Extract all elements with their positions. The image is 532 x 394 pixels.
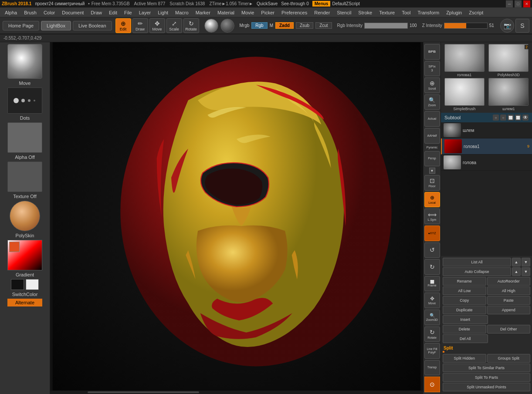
auto-reorder-btn[interactable]: AutoReorder xyxy=(487,277,531,286)
persp-btn[interactable]: Persp xyxy=(424,151,440,167)
move-tool-btn[interactable]: ✥ Move xyxy=(149,18,165,33)
linefill-btn[interactable]: Line Fill PolyF xyxy=(424,343,440,359)
actual-btn[interactable]: Actual xyxy=(424,111,440,127)
local-btn[interactable]: ⊕ Local xyxy=(424,192,440,208)
menu-zplugin[interactable]: Zplugin xyxy=(443,9,465,16)
see-through-btn[interactable]: See-through 0 xyxy=(281,1,308,6)
toggle-icon3[interactable]: ⬜ xyxy=(508,114,514,121)
lightbox-btn[interactable]: LightBox xyxy=(41,21,71,30)
del-all-btn[interactable]: Del All xyxy=(443,334,488,343)
home-page-btn[interactable]: Home Page xyxy=(3,21,39,30)
paste-btn[interactable]: Paste xyxy=(487,296,531,305)
thumb-simplebrush[interactable]: SimpleBrush xyxy=(443,78,486,111)
auto-col-down-btn[interactable]: ▼ xyxy=(522,267,530,276)
menu-file[interactable]: File xyxy=(121,9,135,16)
polyskin-preview[interactable] xyxy=(10,201,40,231)
all-high-btn[interactable]: All High xyxy=(487,286,531,295)
menu-render[interactable]: Render xyxy=(311,9,333,16)
auto-col-up-btn[interactable]: ▲ xyxy=(512,267,521,276)
brv-btn[interactable]: ВРВ xyxy=(424,44,440,60)
aahalf-btn[interactable]: AAHalf xyxy=(424,128,440,144)
camera-icon[interactable]: 📷 xyxy=(500,19,514,33)
menu-zscript[interactable]: Zscript xyxy=(466,9,486,16)
split-unmasked-btn[interactable]: Split Unmasked Points xyxy=(443,383,530,391)
zoom3d-btn[interactable]: 🔍 Zoom3D xyxy=(424,310,440,325)
insert-btn[interactable]: Insert xyxy=(443,315,488,324)
append-btn[interactable]: Append xyxy=(487,306,531,314)
lsym-btn[interactable]: ⟺ L.Sym xyxy=(424,209,440,224)
menu-macro[interactable]: Macro xyxy=(172,9,192,16)
zsub-btn[interactable]: Zsub xyxy=(296,22,313,29)
brush-preview[interactable] xyxy=(7,44,42,79)
rotate-view-btn[interactable]: ↻ Rotate xyxy=(424,327,440,342)
subtool-header-bar[interactable]: Subtool ○ ○ ⬜ ⬜ 👁 xyxy=(441,113,532,122)
menu-tool[interactable]: Tool xyxy=(399,9,413,16)
toggle-icon4[interactable]: ⬜ xyxy=(515,114,521,121)
frame-btn[interactable]: ⬜ Frame xyxy=(424,276,440,292)
list-all-btn[interactable]: List All xyxy=(443,258,511,266)
menu-stroke[interactable]: Stroke xyxy=(355,9,375,16)
live-boolean-btn[interactable]: Live Boolean xyxy=(73,21,112,30)
view-expand[interactable]: ▼ xyxy=(429,168,435,174)
viewport-wrapper[interactable] xyxy=(50,42,423,391)
duplicate-btn[interactable]: Duplicate xyxy=(443,306,486,314)
z-intensity-bar[interactable] xyxy=(444,23,488,29)
split-parts-btn[interactable]: Split To Parts xyxy=(443,373,530,382)
split-hidden-btn[interactable]: Split Hidden xyxy=(443,354,486,363)
menu-movie[interactable]: Movie xyxy=(238,9,257,16)
del-other-btn[interactable]: Del Other xyxy=(487,325,531,333)
rename-btn[interactable]: Rename xyxy=(443,277,486,286)
menu-picker[interactable]: Picker xyxy=(258,9,278,16)
menu-material[interactable]: Material xyxy=(214,9,237,16)
list-down-btn[interactable]: ▼ xyxy=(522,258,530,266)
menu-stencil[interactable]: Stencil xyxy=(334,9,354,16)
red-action-btn[interactable]: ⊙ xyxy=(424,377,440,392)
scroll-btn[interactable]: ⊕ Scroll xyxy=(424,77,440,93)
snap-icon[interactable]: S xyxy=(515,19,529,33)
alternate-btn[interactable]: Alternate xyxy=(7,299,42,306)
default-zscript[interactable]: DefaultZScript xyxy=(332,1,359,6)
xyz-btn[interactable]: ●XYZ xyxy=(424,226,440,241)
list-up-btn[interactable]: ▲ xyxy=(512,258,521,266)
minimize-icon[interactable]: ─ xyxy=(506,0,513,7)
split-similar-btn[interactable]: Split To Similar Parts xyxy=(443,364,530,372)
thumb-шлем1[interactable]: шлем1 xyxy=(487,78,531,111)
thumb-голова1-top[interactable]: голова1 xyxy=(443,44,486,77)
color-picker[interactable] xyxy=(7,240,42,270)
menu-marker[interactable]: Marker xyxy=(193,9,213,16)
spix-btn[interactable]: SPix 3 xyxy=(424,61,440,77)
rgb-btn[interactable]: Rgb xyxy=(251,22,267,29)
zoom-btn[interactable]: 🔍 Zoom xyxy=(424,94,440,110)
menu-transform[interactable]: Transform xyxy=(414,9,442,16)
viewport-scrollbar[interactable] xyxy=(50,391,423,394)
rot2-btn[interactable]: ↻ xyxy=(424,259,440,275)
texture-box[interactable] xyxy=(7,162,42,192)
menu-layer[interactable]: Layer xyxy=(136,9,154,16)
menu-draw[interactable]: Draw xyxy=(88,9,105,16)
all-low-btn[interactable]: All Low xyxy=(443,286,486,295)
toggle-icon2[interactable]: ○ xyxy=(500,114,506,121)
st-item-голова[interactable]: голова xyxy=(441,155,532,171)
eye-icon[interactable]: 👁 xyxy=(522,114,529,121)
rgb-intensity-bar[interactable] xyxy=(364,23,408,29)
menu-document[interactable]: Document xyxy=(59,9,87,16)
st-item-голова1-selected[interactable]: голова1 9 xyxy=(441,138,532,155)
draw-btn[interactable]: ✏ Draw xyxy=(132,18,148,33)
menu-edit[interactable]: Edit xyxy=(106,9,120,16)
copy-btn[interactable]: Copy xyxy=(443,296,486,305)
menu-preferences[interactable]: Preferences xyxy=(278,9,310,16)
st-item-шлем[interactable]: шлем xyxy=(441,122,532,138)
dots-preview[interactable] xyxy=(7,88,42,114)
move-view-btn[interactable]: ✥ Move xyxy=(424,293,440,308)
delete-btn[interactable]: Delete xyxy=(443,325,486,333)
menu-texture[interactable]: Texture xyxy=(376,9,398,16)
color-swatch[interactable] xyxy=(9,242,20,252)
groups-split-btn[interactable]: Groups Split xyxy=(487,354,531,363)
floor-btn[interactable]: ⊡ Floor xyxy=(424,175,440,191)
matcap-sphere[interactable] xyxy=(204,19,218,33)
menu-color[interactable]: Color xyxy=(41,9,58,16)
quicksave-btn[interactable]: QuickSave xyxy=(257,1,278,6)
rot1-btn[interactable]: ↺ xyxy=(424,242,440,258)
background-color[interactable] xyxy=(26,279,39,290)
zcut-btn[interactable]: Zcut xyxy=(315,22,332,29)
